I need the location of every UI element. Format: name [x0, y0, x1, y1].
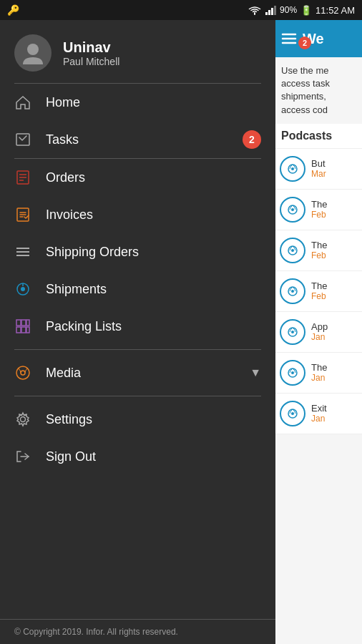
nav-item-packing-lists[interactable]: Packing Lists — [0, 308, 275, 345]
nav-item-settings[interactable]: Settings — [0, 401, 275, 438]
nav-label-sign-out: Sign Out — [46, 449, 96, 464]
svg-point-43 — [291, 412, 294, 415]
orders-icon — [14, 169, 31, 186]
podcast-info-5: App Jan — [311, 321, 358, 342]
svg-rect-18 — [21, 320, 26, 326]
svg-rect-0 — [265, 12, 268, 15]
status-bar: 🔑 90% 🔋 11:52 AM — [0, 0, 362, 20]
podcast-item-3[interactable]: The Feb — [275, 230, 362, 271]
panel-description: Use the me access task shipments, access… — [275, 57, 362, 124]
podcast-date-3: Feb — [311, 250, 358, 260]
podcast-title-4: The — [311, 280, 358, 291]
podcast-title-1: But — [311, 158, 358, 169]
podcast-item-1[interactable]: But Mar — [275, 149, 362, 190]
nav-label-shipments: Shipments — [46, 282, 107, 297]
podcast-item-7[interactable]: Exit Jan — [275, 394, 362, 434]
nav-item-orders[interactable]: Orders — [0, 159, 275, 196]
copyright-text: © Copyright 2019. Infor. All rights rese… — [14, 627, 178, 637]
media-icon — [14, 364, 31, 381]
podcasts-header: Podcasts — [275, 124, 362, 149]
sign-out-icon — [14, 448, 31, 465]
shipments-icon — [14, 280, 31, 298]
tasks-icon — [14, 131, 31, 148]
svg-point-33 — [291, 208, 294, 211]
nav-item-shipments[interactable]: Shipments — [0, 270, 275, 308]
avatar-icon — [20, 40, 46, 66]
settings-icon — [14, 411, 31, 428]
podcast-item-2[interactable]: The Feb — [275, 190, 362, 230]
drawer-footer: © Copyright 2019. Infor. All rights rese… — [0, 619, 275, 644]
panel-notification-badge: 2 — [298, 36, 311, 49]
nav-list: Home Tasks 2 O — [0, 84, 275, 619]
podcast-item-5[interactable]: App Jan — [275, 312, 362, 353]
podcast-date-2: Feb — [311, 210, 358, 220]
podcast-icon-3 — [280, 238, 305, 263]
svg-point-37 — [291, 290, 294, 293]
podcast-icon-5 — [280, 319, 305, 345]
podcast-info-3: The Feb — [311, 240, 358, 260]
status-key: 🔑 — [7, 0, 19, 20]
svg-rect-22 — [26, 327, 29, 333]
nav-label-shipping-orders: Shipping Orders — [46, 245, 139, 260]
podcast-date-5: Jan — [311, 332, 358, 342]
podcast-info-2: The Feb — [311, 199, 358, 220]
battery-icon: 🔋 — [300, 5, 312, 16]
nav-label-invoices: Invoices — [46, 208, 93, 223]
podcast-title-2: The — [311, 199, 358, 210]
navigation-drawer: Uninav Paul Mitchell Home Tasks 2 — [0, 20, 275, 644]
app-name: Uninav — [63, 39, 119, 56]
podcast-item-4[interactable]: The Feb — [275, 271, 362, 312]
nav-label-settings: Settings — [46, 412, 92, 427]
packing-lists-icon — [14, 318, 31, 335]
svg-rect-20 — [16, 327, 21, 333]
nav-label-packing-lists: Packing Lists — [46, 319, 122, 334]
signal-icon — [265, 5, 276, 15]
svg-point-39 — [291, 331, 294, 333]
nav-item-tasks[interactable]: Tasks 2 — [0, 121, 275, 158]
podcast-icon-2 — [280, 197, 305, 223]
nav-item-media[interactable]: Media ▼ — [0, 354, 275, 391]
podcast-info-7: Exit Jan — [311, 403, 358, 424]
podcast-icon-6 — [280, 360, 305, 386]
right-panel: 2 We Use the me access task shipments, a… — [275, 20, 362, 644]
podcast-date-7: Jan — [311, 414, 358, 424]
svg-rect-2 — [271, 8, 273, 15]
podcast-date-6: Jan — [311, 373, 358, 383]
status-icons: 90% 🔋 11:52 AM — [248, 5, 355, 16]
nav-label-orders: Orders — [46, 170, 85, 185]
nav-item-sign-out[interactable]: Sign Out — [0, 438, 275, 475]
podcast-info-6: The Jan — [311, 362, 358, 383]
hamburger-container[interactable]: 2 — [281, 32, 297, 45]
podcast-title-3: The — [311, 240, 358, 250]
podcast-date-1: Mar — [311, 169, 358, 179]
section-divider-1 — [14, 349, 261, 350]
svg-point-4 — [27, 44, 39, 55]
section-divider-2 — [14, 396, 261, 396]
svg-rect-19 — [26, 320, 29, 326]
svg-point-24 — [21, 371, 25, 375]
user-header: Uninav Paul Mitchell — [0, 20, 275, 83]
svg-rect-3 — [274, 6, 276, 15]
nav-item-home[interactable]: Home — [0, 84, 275, 121]
nav-item-shipping-orders[interactable]: Shipping Orders — [0, 233, 275, 270]
nav-label-media: Media — [46, 366, 81, 381]
svg-point-31 — [291, 167, 294, 170]
user-name: Paul Mitchell — [63, 56, 119, 67]
podcast-item-6[interactable]: The Jan — [275, 353, 362, 394]
podcast-title-6: The — [311, 362, 358, 373]
media-dropdown-arrow: ▼ — [250, 366, 261, 379]
svg-point-41 — [291, 371, 294, 374]
user-info: Uninav Paul Mitchell — [63, 39, 119, 67]
shipping-orders-icon — [14, 243, 31, 260]
svg-rect-17 — [16, 320, 21, 326]
avatar — [14, 34, 52, 72]
podcast-info-1: But Mar — [311, 158, 358, 179]
podcast-icon-4 — [280, 278, 305, 304]
svg-point-35 — [291, 249, 294, 252]
nav-label-home: Home — [46, 95, 80, 110]
wifi-icon — [248, 5, 261, 15]
right-panel-header: 2 We — [275, 20, 362, 57]
battery-percent: 90% — [280, 5, 297, 15]
nav-label-tasks: Tasks — [46, 132, 79, 147]
nav-item-invoices[interactable]: Invoices — [0, 196, 275, 233]
